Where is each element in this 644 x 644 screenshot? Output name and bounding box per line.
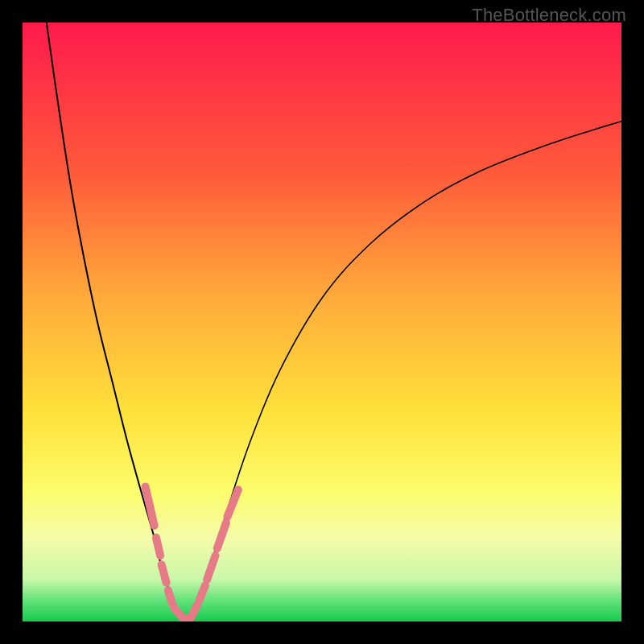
- mark-right-overlay-marks-1: [199, 585, 204, 601]
- plot-area: [23, 23, 621, 621]
- mark-right-overlay-marks-2: [207, 555, 215, 580]
- mark-right-overlay-marks-4: [227, 489, 237, 516]
- mark-right-overlay-marks-0: [192, 605, 197, 617]
- mark-left-overlay-marks-2: [162, 564, 167, 582]
- watermark-text: TheBottleneck.com: [472, 5, 626, 26]
- chart-container: TheBottleneck.com: [0, 0, 644, 644]
- curve-left-branch: [47, 23, 188, 621]
- mark-left-overlay-marks-3: [168, 590, 172, 603]
- curve-right-branch: [188, 122, 621, 621]
- mark-left-overlay-marks-1: [156, 538, 160, 555]
- mark-right-overlay-marks-3: [217, 522, 226, 548]
- mark-left-overlay-marks-4: [174, 608, 181, 616]
- curve-layer: [23, 23, 621, 621]
- mark-left-overlay-marks-0: [146, 487, 155, 526]
